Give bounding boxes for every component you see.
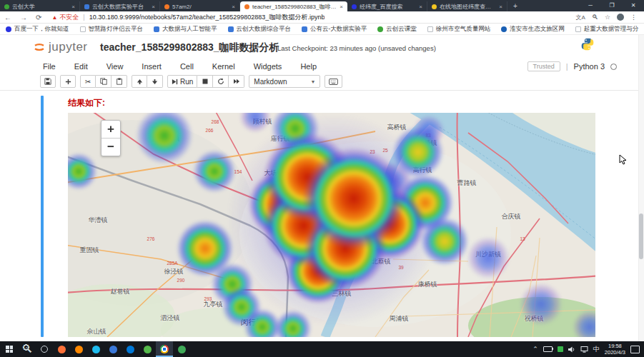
- heat-blob-orangecore: [177, 220, 234, 277]
- taskbar-app-vlc[interactable]: [70, 341, 87, 357]
- move-cell-down-button[interactable]: [147, 75, 163, 88]
- save-button[interactable]: [40, 75, 56, 88]
- menu-item-edit[interactable]: Edit: [74, 62, 88, 71]
- taskbar-app-edge[interactable]: [122, 341, 139, 357]
- menu-item-kernel[interactable]: Kernel: [212, 62, 235, 71]
- page-scrollbar-thumb[interactable]: [639, 213, 643, 259]
- translate-icon[interactable]: 文A: [576, 14, 585, 21]
- tab-title: 57am2/: [172, 4, 229, 10]
- network-icon[interactable]: [580, 346, 588, 353]
- tab-close-icon[interactable]: ×: [340, 4, 343, 10]
- browser-tab-1[interactable]: 云创大数据实验平台×: [80, 1, 160, 11]
- run-cell-button[interactable]: Run: [167, 75, 197, 88]
- close-button[interactable]: ✕: [623, 0, 644, 11]
- speaker-icon[interactable]: [568, 346, 575, 353]
- tab-close-icon[interactable]: ×: [499, 4, 502, 10]
- taskbar-app-internet-explorer[interactable]: [87, 341, 104, 357]
- taskbar-app-app-green[interactable]: [139, 341, 156, 357]
- bookmark-label: 云创云课堂: [386, 25, 417, 34]
- app-green-2-icon: [178, 346, 186, 353]
- tab-close-icon[interactable]: ×: [419, 4, 422, 10]
- tray-app-icon[interactable]: [558, 346, 563, 352]
- tray-expand-icon[interactable]: ⌃: [532, 346, 538, 353]
- minimize-button[interactable]: ─: [580, 0, 601, 11]
- restart-kernel-button[interactable]: [213, 75, 229, 88]
- tab-close-icon[interactable]: ×: [232, 4, 235, 10]
- ime-indicator[interactable]: 中: [593, 345, 600, 354]
- back-icon[interactable]: ←: [0, 14, 16, 21]
- refresh-icon[interactable]: ⟳: [31, 14, 46, 21]
- action-center-icon[interactable]: [630, 346, 640, 353]
- tab-title: 经纬度_百度搜索: [360, 3, 416, 11]
- menu-item-widgets[interactable]: Widgets: [254, 62, 282, 71]
- move-cell-up-button[interactable]: [132, 75, 147, 88]
- bookmark-item-2[interactable]: 大数据与人工智能平: [154, 25, 217, 34]
- taskbar-app-chrome[interactable]: [156, 341, 173, 357]
- interrupt-kernel-button[interactable]: [197, 75, 213, 88]
- menu-item-cell[interactable]: Cell: [180, 62, 194, 71]
- zoom-icon[interactable]: 🔍︎: [592, 14, 598, 21]
- cell-type-select[interactable]: Markdown ▼: [249, 75, 320, 88]
- menu-item-view[interactable]: View: [106, 62, 124, 71]
- cut-cell-button[interactable]: ✂: [80, 75, 96, 88]
- page-scrollbar-track[interactable]: [638, 35, 644, 341]
- command-palette-button[interactable]: [325, 75, 342, 88]
- taskbar-search-button[interactable]: 🔍︎: [19, 341, 36, 357]
- notebook-title[interactable]: teacher_1585299802883_咖啡数据分析: [100, 41, 279, 54]
- browser-tab-5[interactable]: 在线地图经纬度查询 — 经纬度×: [427, 1, 507, 11]
- menu-item-file[interactable]: File: [43, 62, 56, 71]
- paste-cell-button[interactable]: [112, 75, 127, 88]
- taskbar-app-firefox[interactable]: [53, 341, 70, 357]
- bookmark-item-7[interactable]: 淮安市生态文旅区网: [501, 25, 565, 34]
- tab-title: 云创大数据实验平台: [92, 3, 149, 11]
- tab-title: 在线地图经纬度查询 — 经纬度: [440, 3, 496, 11]
- heatmap-output[interactable]: 马陆镇顾村镇庙行镇大场镇高桥镇凌桥镇高行镇曹路镇合庆镇华漕镇重固镇徐泾镇赵巷镇泗…: [68, 113, 595, 337]
- copy-cell-button[interactable]: [96, 75, 112, 88]
- chrome-icon: [160, 345, 169, 353]
- zoom-in-button[interactable]: +: [101, 121, 120, 138]
- url-text[interactable]: |10.30.180.9:9999/notebooks/57am2/teache…: [83, 13, 325, 22]
- browser-tab-4[interactable]: 经纬度_百度搜索×: [347, 1, 427, 11]
- bookmark-item-1[interactable]: 智慧路灯伴侣云平台: [80, 25, 144, 34]
- taskbar-app-app-blue[interactable]: [104, 341, 122, 357]
- bookmark-item-8[interactable]: 起重大数据管理与分: [575, 25, 639, 34]
- browser-tab-3[interactable]: teacher_1585299802883_咖啡数据分析×: [240, 1, 347, 11]
- browser-tab-strip: 云创大学×云创大数据实验平台×57am2/×teacher_1585299802…: [0, 0, 644, 11]
- tab-close-icon[interactable]: ×: [152, 4, 155, 10]
- bookmark-item-4[interactable]: 公有云-大数据实验平: [302, 25, 367, 34]
- profile-avatar[interactable]: [617, 14, 624, 21]
- zoom-out-button[interactable]: −: [101, 138, 120, 156]
- bookmark-star-icon[interactable]: ☆: [605, 14, 610, 21]
- green-icon: [377, 26, 383, 32]
- cortana-button[interactable]: [36, 341, 53, 357]
- kernel-idle-icon: [610, 64, 617, 70]
- menu-dots-icon[interactable]: ⋮: [630, 14, 637, 21]
- bookmark-item-5[interactable]: 云创云课堂: [377, 25, 417, 34]
- browser-tab-0[interactable]: 云创大学×: [0, 1, 80, 11]
- run-all-button[interactable]: [229, 75, 244, 88]
- tab-close-icon[interactable]: ×: [71, 4, 75, 10]
- browser-tab-2[interactable]: 57am2/×: [160, 1, 240, 11]
- jupyter-logo[interactable]: jupyter: [33, 40, 88, 54]
- site-yellow-favicon: [432, 4, 437, 9]
- maximize-button[interactable]: ❐: [601, 0, 623, 11]
- bookmark-item-3[interactable]: 云创大数据综合平台: [228, 25, 292, 34]
- security-chip[interactable]: ▲ 不安全: [51, 13, 79, 22]
- window-controls: ─ ❐ ✕: [580, 0, 644, 11]
- taskbar-app-app-green-2[interactable]: [173, 341, 190, 357]
- taskbar-clock[interactable]: 19:58 2020/4/3: [605, 343, 625, 356]
- menu-item-insert[interactable]: Insert: [142, 62, 162, 71]
- forward-icon[interactable]: →: [16, 14, 31, 21]
- warning-icon: ▲: [51, 14, 57, 21]
- start-button[interactable]: [0, 341, 19, 357]
- battery-icon[interactable]: [543, 346, 553, 352]
- app-blue-favicon: [84, 4, 89, 9]
- jupyter-favicon: [244, 4, 249, 9]
- add-cell-button[interactable]: [60, 75, 76, 88]
- bookmark-item-6[interactable]: 徐州市空气质量网站: [427, 25, 491, 34]
- bookmark-label: 淮安市生态文旅区网: [510, 25, 565, 34]
- new-tab-button[interactable]: +: [507, 1, 523, 11]
- bookmark-item-0[interactable]: 百度一下，你就知道: [6, 25, 69, 34]
- selected-cell-indicator[interactable]: [41, 96, 44, 337]
- menu-item-help[interactable]: Help: [300, 62, 317, 71]
